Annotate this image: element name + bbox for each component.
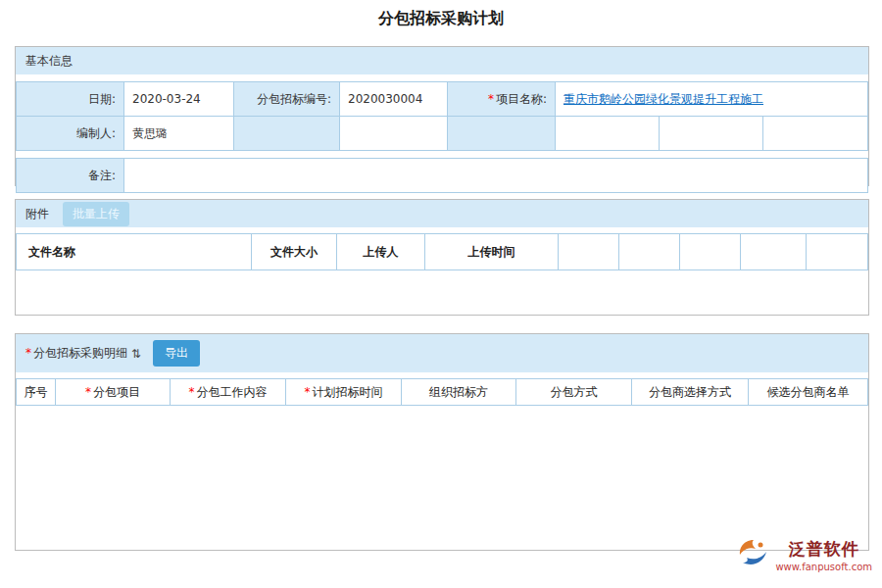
brand-text: 泛普软件 www.fanpusoft.com <box>775 538 872 572</box>
details-title: *分包招标采购明细 <box>25 345 127 362</box>
empty-value-cell <box>660 117 763 151</box>
brand-name: 泛普软件 <box>789 538 859 561</box>
project-name-link[interactable]: 重庆市鹅岭公园绿化景观提升工程施工 <box>564 92 763 106</box>
col-seq-no: 序号 <box>17 379 56 406</box>
date-value: 2020-03-24 <box>124 82 234 117</box>
attachments-title: 附件 <box>25 206 49 222</box>
remark-value <box>124 159 868 193</box>
creator-value: 黄思璐 <box>124 117 234 151</box>
details-table: 序号 *分包项目 *分包工作内容 *计划招标时间 组织招标方 分包方式 分包商选… <box>16 378 868 406</box>
sort-icon[interactable]: ⇅ <box>131 347 141 361</box>
fanpusoft-branding: 泛普软件 www.fanpusoft.com <box>737 538 872 572</box>
empty-label-cell <box>234 117 340 151</box>
batch-upload-button[interactable]: 批量上传 <box>63 202 129 226</box>
col-upload-time: 上传时间 <box>425 234 559 270</box>
col-label: 分包方式 <box>551 385 598 399</box>
col-label: 计划招标时间 <box>313 385 383 399</box>
col-label: 组织招标方 <box>429 385 488 399</box>
col-file-size: 文件大小 <box>252 234 337 270</box>
details-section: *分包招标采购明细 ⇅ 导出 序号 *分包项目 *分包工作内容 *计划招标时间 … <box>15 333 869 551</box>
attachments-header-row: 文件名称 文件大小 上传人 上传时间 <box>17 234 868 270</box>
basic-info-section: 基本信息 日期: 2020-03-24 分包招标编号: 2020030004 *… <box>15 46 869 186</box>
empty-label-cell <box>448 117 556 151</box>
remark-row: 备注: <box>17 159 868 193</box>
remark-table: 备注: <box>16 158 868 193</box>
required-asterisk: * <box>85 385 91 399</box>
col-label: 候选分包商名单 <box>767 385 850 399</box>
fanpu-logo-icon <box>737 539 770 571</box>
col-planned-bid-time: *计划招标时间 <box>286 379 402 406</box>
col-empty <box>741 234 807 270</box>
date-label: 日期: <box>17 82 124 117</box>
details-header-band: *分包招标采购明细 ⇅ 导出 <box>16 334 868 372</box>
col-label: 序号 <box>24 385 48 399</box>
col-empty <box>807 234 868 270</box>
bid-no-value: 2020030004 <box>340 82 448 117</box>
col-organizing-party: 组织招标方 <box>402 379 516 406</box>
empty-value-cell <box>763 117 868 151</box>
project-name-value-cell: 重庆市鹅岭公园绿化景观提升工程施工 <box>556 82 868 117</box>
details-title-text: 分包招标采购明细 <box>33 346 127 360</box>
basic-info-title: 基本信息 <box>25 53 73 70</box>
col-label: 分包工作内容 <box>197 385 268 399</box>
remark-label: 备注: <box>17 159 124 193</box>
page-title: 分包招标采购计划 <box>0 0 882 29</box>
creator-label: 编制人: <box>17 117 124 151</box>
attachments-section: 附件 批量上传 文件名称 文件大小 上传人 上传时间 <box>15 199 869 316</box>
details-header-row: 序号 *分包项目 *分包工作内容 *计划招标时间 组织招标方 分包方式 分包商选… <box>17 379 868 406</box>
col-work-content: *分包工作内容 <box>171 379 286 406</box>
project-name-label: 项目名称: <box>496 92 547 106</box>
basic-info-row-2: 编制人: 黄思璐 <box>17 117 868 151</box>
basic-info-row-1: 日期: 2020-03-24 分包招标编号: 2020030004 *项目名称:… <box>17 82 868 117</box>
col-selection-method: 分包商选择方式 <box>632 379 749 406</box>
attachments-header-band: 附件 批量上传 <box>16 200 868 227</box>
col-empty <box>680 234 741 270</box>
col-uploader: 上传人 <box>337 234 425 270</box>
col-label: 分包商选择方式 <box>649 385 731 399</box>
basic-info-header-band: 基本信息 <box>16 47 868 74</box>
required-asterisk: * <box>305 385 311 399</box>
required-asterisk: * <box>488 92 494 106</box>
basic-info-table: 日期: 2020-03-24 分包招标编号: 2020030004 *项目名称:… <box>16 81 868 151</box>
col-subcontract-method: 分包方式 <box>516 379 632 406</box>
required-asterisk: * <box>25 346 31 360</box>
empty-value-cell <box>556 117 660 151</box>
col-candidate-list: 候选分包商名单 <box>749 379 868 406</box>
col-empty <box>619 234 680 270</box>
required-asterisk: * <box>189 385 195 399</box>
col-empty <box>559 234 619 270</box>
empty-value-cell <box>340 117 448 151</box>
attachments-table: 文件名称 文件大小 上传人 上传时间 <box>16 233 868 270</box>
export-button[interactable]: 导出 <box>153 340 200 367</box>
col-file-name: 文件名称 <box>17 234 252 270</box>
col-label: 分包项目 <box>93 385 140 399</box>
project-name-label-cell: *项目名称: <box>448 82 556 117</box>
bid-no-label: 分包招标编号: <box>234 82 340 117</box>
brand-url: www.fanpusoft.com <box>775 562 872 572</box>
col-subcontract-project: *分包项目 <box>56 379 171 406</box>
